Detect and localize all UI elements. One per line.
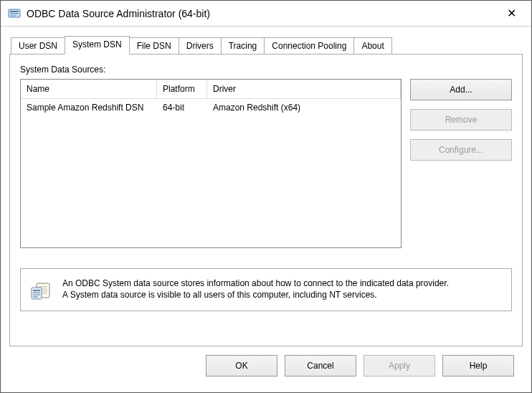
svg-rect-12	[33, 294, 40, 295]
app-icon	[8, 7, 21, 20]
tab-file-dsn[interactable]: File DSN	[129, 37, 179, 55]
section-label: System Data Sources:	[20, 65, 512, 75]
tab-about[interactable]: About	[353, 37, 391, 55]
configure-button: Configure...	[410, 139, 512, 161]
info-box: An ODBC System data source stores inform…	[20, 268, 512, 311]
svg-rect-13	[33, 296, 38, 298]
svg-rect-3	[10, 15, 16, 16]
window-title: ODBC Data Source Administrator (64-bit)	[27, 8, 497, 19]
data-sources-list[interactable]: Name Platform Driver Sample Amazon Redsh…	[20, 79, 402, 248]
column-driver[interactable]: Driver	[207, 80, 401, 99]
tab-user-dsn[interactable]: User DSN	[11, 37, 65, 55]
apply-button: Apply	[364, 355, 435, 377]
list-header: Name Platform Driver	[21, 80, 401, 99]
cell-platform: 64-bit	[157, 99, 207, 116]
tab-connection-pooling[interactable]: Connection Pooling	[264, 37, 354, 55]
tab-panel: System Data Sources: Name Platform Drive…	[9, 54, 523, 346]
svg-rect-11	[33, 292, 40, 293]
svg-rect-10	[33, 290, 40, 291]
tab-system-dsn[interactable]: System DSN	[65, 36, 130, 55]
cancel-button[interactable]: Cancel	[285, 355, 356, 377]
info-line-1: An ODBC System data source stores inform…	[62, 278, 449, 289]
datasource-icon	[29, 279, 52, 302]
close-button[interactable]: ✕	[497, 1, 526, 27]
ok-button[interactable]: OK	[206, 355, 277, 377]
title-bar: ODBC Data Source Administrator (64-bit) …	[1, 1, 531, 27]
svg-rect-1	[10, 11, 19, 12]
cell-driver: Amazon Redshift (x64)	[207, 99, 401, 116]
column-name[interactable]: Name	[21, 80, 157, 99]
help-button[interactable]: Help	[442, 355, 514, 377]
info-text: An ODBC System data source stores inform…	[62, 278, 449, 300]
svg-rect-2	[10, 13, 19, 14]
tab-strip: User DSN System DSN File DSN Drivers Tra…	[11, 35, 523, 54]
column-platform[interactable]: Platform	[157, 80, 207, 99]
tab-drivers[interactable]: Drivers	[179, 37, 222, 55]
list-item[interactable]: Sample Amazon Redshift DSN 64-bit Amazon…	[21, 99, 401, 116]
dialog-footer: OK Cancel Apply Help	[9, 346, 523, 377]
add-button[interactable]: Add...	[410, 79, 512, 100]
info-line-2: A System data source is visible to all u…	[62, 289, 449, 300]
side-buttons: Add... Remove Configure...	[410, 79, 512, 248]
cell-name: Sample Amazon Redshift DSN	[21, 99, 157, 116]
remove-button: Remove	[410, 109, 512, 131]
tab-tracing[interactable]: Tracing	[221, 37, 265, 55]
